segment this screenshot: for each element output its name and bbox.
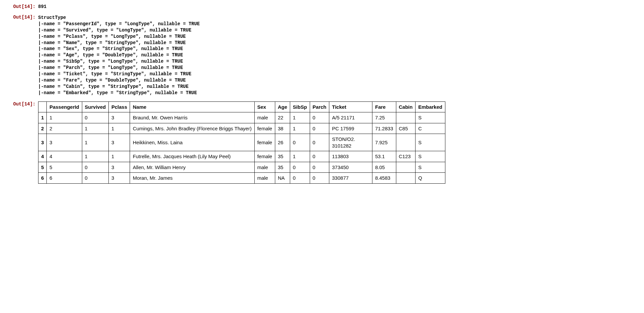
table-cell: C [416, 123, 445, 134]
table-cell: 0 [310, 112, 329, 123]
table-cell: 1 [290, 123, 310, 134]
output-schema-text: StructType |-name = "PassengerId", type … [38, 14, 200, 96]
output-cell-table: Out[14]: PassengerIdSurvivedPclassNameSe… [7, 101, 637, 184]
table-cell [396, 162, 416, 173]
table-row-index: 6 [38, 173, 47, 184]
table-cell: Q [416, 173, 445, 184]
table-cell: male [254, 173, 275, 184]
table-cell: 1 [290, 112, 310, 123]
table-cell [396, 112, 416, 123]
table-cell: 3 [108, 134, 130, 151]
table-cell: Heikkinen, Miss. Laina [130, 134, 254, 151]
table-cell: 373450 [329, 162, 372, 173]
table-cell: 71.2833 [372, 123, 396, 134]
table-cell: 2 [47, 123, 82, 134]
table-cell: 3 [47, 134, 82, 151]
output-cell-schema: Out[14]: StructType |-name = "PassengerI… [7, 14, 637, 96]
table-cell: 1 [47, 112, 82, 123]
table-cell: Allen, Mr. William Henry [130, 162, 254, 173]
table-cell: 3 [108, 112, 130, 123]
table-cell: female [254, 151, 275, 162]
table-row: 5503Allen, Mr. William Henrymale35003734… [38, 162, 445, 173]
table-column-header: Survived [82, 101, 108, 112]
table-column-header: Pclass [108, 101, 130, 112]
table-cell: 0 [290, 134, 310, 151]
dataframe-table: PassengerIdSurvivedPclassNameSexAgeSibSp… [38, 101, 445, 184]
table-cell: 0 [82, 162, 108, 173]
table-cell: 1 [108, 151, 130, 162]
table-column-header: Fare [372, 101, 396, 112]
table-row-index: 3 [38, 134, 47, 151]
output-prompt: Out[14]: [7, 101, 38, 107]
table-cell: 4 [47, 151, 82, 162]
table-cell: Cumings, Mrs. John Bradley (Florence Bri… [130, 123, 254, 134]
table-cell: 0 [310, 123, 329, 134]
table-cell: 8.4583 [372, 173, 396, 184]
table-cell: S [416, 112, 445, 123]
table-cell: S [416, 162, 445, 173]
output-cell-count: Out[14]: 891 [7, 3, 637, 9]
table-cell: 1 [82, 123, 108, 134]
table-cell: 35 [275, 151, 290, 162]
table-cell: Futrelle, Mrs. Jacques Heath (Lily May P… [130, 151, 254, 162]
table-cell: 0 [290, 173, 310, 184]
table-cell: 5 [47, 162, 82, 173]
table-header-row: PassengerIdSurvivedPclassNameSexAgeSibSp… [38, 101, 445, 112]
table-cell: 35 [275, 162, 290, 173]
table-cell: 330877 [329, 173, 372, 184]
table-cell: female [254, 134, 275, 151]
table-cell [396, 134, 416, 151]
table-cell: 0 [310, 162, 329, 173]
table-cell: male [254, 162, 275, 173]
output-count-value: 891 [38, 3, 46, 9]
table-cell: 0 [82, 173, 108, 184]
table-cell: 7.925 [372, 134, 396, 151]
table-row: 4411Futrelle, Mrs. Jacques Heath (Lily M… [38, 151, 445, 162]
table-cell: Moran, Mr. James [130, 173, 254, 184]
table-cell: 53.1 [372, 151, 396, 162]
table-cell: 1 [108, 123, 130, 134]
table-cell [396, 173, 416, 184]
table-cell: 6 [47, 173, 82, 184]
table-cell: 1 [82, 134, 108, 151]
table-cell: 3 [108, 162, 130, 173]
table-column-header: Cabin [396, 101, 416, 112]
table-row: 6603Moran, Mr. JamesmaleNA003308778.4583… [38, 173, 445, 184]
table-cell: S [416, 134, 445, 151]
table-column-header: SibSp [290, 101, 310, 112]
table-row-index: 1 [38, 112, 47, 123]
table-cell: C85 [396, 123, 416, 134]
table-cell: 8.05 [372, 162, 396, 173]
table-cell: 113803 [329, 151, 372, 162]
table-cell: 0 [310, 134, 329, 151]
table-cell: C123 [396, 151, 416, 162]
table-cell: 0 [82, 112, 108, 123]
table-column-header: Name [130, 101, 254, 112]
table-cell: 38 [275, 123, 290, 134]
table-cell: female [254, 123, 275, 134]
table-cell: 22 [275, 112, 290, 123]
table-cell: 7.25 [372, 112, 396, 123]
table-cell: Braund, Mr. Owen Harris [130, 112, 254, 123]
table-row: 1103Braund, Mr. Owen Harrismale2210A/5 2… [38, 112, 445, 123]
table-cell: S [416, 151, 445, 162]
table-cell: 0 [310, 151, 329, 162]
table-corner-cell [38, 101, 47, 112]
table-row: 2211Cumings, Mrs. John Bradley (Florence… [38, 123, 445, 134]
table-cell: STON/O2. 3101282 [329, 134, 372, 151]
table-cell: 0 [310, 173, 329, 184]
table-cell: 0 [290, 162, 310, 173]
table-row-index: 4 [38, 151, 47, 162]
table-column-header: PassengerId [47, 101, 82, 112]
table-row-index: 2 [38, 123, 47, 134]
output-prompt: Out[14]: [7, 3, 38, 9]
table-row: 3313Heikkinen, Miss. Lainafemale2600STON… [38, 134, 445, 151]
table-column-header: Sex [254, 101, 275, 112]
table-cell: 1 [82, 151, 108, 162]
dataframe-wrapper: PassengerIdSurvivedPclassNameSexAgeSibSp… [38, 101, 445, 184]
table-cell: A/5 21171 [329, 112, 372, 123]
table-cell: 26 [275, 134, 290, 151]
table-cell: male [254, 112, 275, 123]
table-cell: 1 [290, 151, 310, 162]
table-column-header: Embarked [416, 101, 445, 112]
